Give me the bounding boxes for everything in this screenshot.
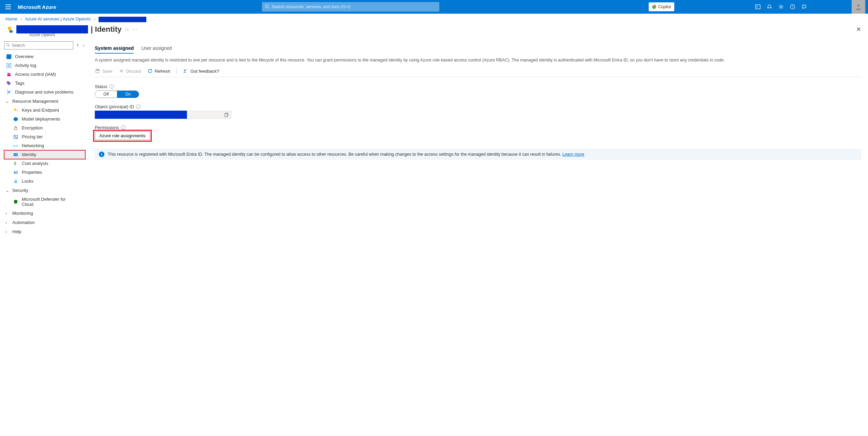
nav-overview[interactable]: Overview xyxy=(4,52,85,61)
svg-rect-24 xyxy=(16,110,17,111)
nav-model-deployments[interactable]: Model deployments xyxy=(4,115,85,124)
settings-icon[interactable] xyxy=(776,0,786,14)
nav-group-security[interactable]: ⌄Security xyxy=(4,186,85,195)
svg-point-6 xyxy=(780,6,782,8)
favorite-star-icon[interactable]: ☆ xyxy=(124,26,129,32)
left-nav: ⇕ « Overview Activity log Access control… xyxy=(0,41,88,239)
global-search-input[interactable] xyxy=(262,2,439,12)
object-id-field: Object (principal) IDi xyxy=(95,104,861,119)
overview-icon xyxy=(6,54,12,59)
svg-rect-22 xyxy=(7,74,11,76)
svg-point-13 xyxy=(6,43,9,46)
pricing-icon xyxy=(13,134,18,140)
nav-diagnose[interactable]: Diagnose and solve problems xyxy=(4,88,85,97)
svg-point-21 xyxy=(9,73,10,74)
nav-access-control[interactable]: Access control (IAM) xyxy=(4,70,85,79)
network-icon: <·> xyxy=(13,143,18,149)
nav-locks[interactable]: Locks xyxy=(4,177,85,186)
status-field: Statusi Off On xyxy=(95,84,861,98)
status-label: Status xyxy=(95,84,107,89)
svg-rect-2 xyxy=(5,9,11,9)
svg-rect-36 xyxy=(14,181,17,183)
info-icon[interactable]: i xyxy=(136,104,141,109)
identity-icon xyxy=(13,152,18,157)
breadcrumb-home[interactable]: Home xyxy=(5,16,17,22)
svg-text:<·>: <·> xyxy=(13,144,18,148)
cloudshell-icon[interactable] xyxy=(753,0,763,14)
nav-networking[interactable]: <·>Networking xyxy=(4,141,85,150)
object-id-label: Object (principal) ID xyxy=(95,104,134,109)
notifications-icon[interactable] xyxy=(764,0,775,14)
copilot-label: Copilot xyxy=(658,4,671,9)
learn-more-link[interactable]: Learn more xyxy=(562,152,584,157)
cost-icon: $ xyxy=(13,161,18,166)
status-toggle[interactable]: Off On xyxy=(95,90,139,98)
nav-tags[interactable]: Tags xyxy=(4,79,85,88)
info-icon[interactable]: i xyxy=(109,84,114,89)
info-icon[interactable]: i xyxy=(121,125,126,130)
toggle-on[interactable]: On xyxy=(117,91,139,98)
svg-point-9 xyxy=(857,4,859,7)
toggle-off[interactable]: Off xyxy=(95,91,117,98)
svg-rect-0 xyxy=(5,4,11,5)
save-icon xyxy=(95,68,100,74)
nav-search-input[interactable] xyxy=(4,41,73,50)
close-blade-icon[interactable]: ✕ xyxy=(856,26,861,33)
permissions-field: Permissionsi Azure role assignments xyxy=(95,125,861,140)
nav-group-help[interactable]: ›Help xyxy=(4,227,85,236)
nav-group-automation[interactable]: ›Automation xyxy=(4,218,85,227)
permissions-label: Permissions xyxy=(95,125,119,130)
more-actions-icon[interactable]: ⋯ xyxy=(132,26,137,32)
toolbar-divider xyxy=(176,68,177,74)
chevron-right-icon: › xyxy=(5,211,10,216)
svg-point-10 xyxy=(8,27,11,30)
refresh-button[interactable]: Refresh xyxy=(147,68,171,74)
expand-collapse-icon[interactable]: ⇕ xyxy=(75,42,80,48)
nav-encryption[interactable]: Encryption xyxy=(4,124,85,132)
key-icon xyxy=(13,108,18,113)
svg-point-12 xyxy=(10,30,13,33)
deployments-icon xyxy=(13,116,18,122)
nav-pricing-tier[interactable]: Pricing tier xyxy=(4,132,85,141)
copy-button[interactable] xyxy=(187,111,231,119)
collapse-nav-icon[interactable]: « xyxy=(82,43,85,48)
properties-icon xyxy=(13,170,18,175)
nav-cost-analysis[interactable]: $Cost analysis xyxy=(4,159,85,168)
shield-icon xyxy=(13,199,18,205)
svg-point-29 xyxy=(15,154,16,155)
svg-rect-1 xyxy=(5,6,11,7)
locks-icon xyxy=(13,179,18,184)
info-banner: i This resource is registered with Micro… xyxy=(95,149,861,160)
nav-activity-log[interactable]: Activity log xyxy=(4,61,85,70)
nav-defender[interactable]: Microsoft Defender for Cloud xyxy=(4,195,85,209)
help-icon[interactable]: ? xyxy=(788,0,798,14)
top-bar: Microsoft Azure Copilot ? xyxy=(0,0,868,14)
nav-group-resource-management[interactable]: ⌄Resource Management xyxy=(4,97,85,106)
breadcrumb-service[interactable]: Azure AI services | Azure OpenAI xyxy=(25,16,91,22)
copy-icon xyxy=(224,113,229,117)
azure-role-assignments-button[interactable]: Azure role assignments xyxy=(95,131,150,140)
tab-user-assigned[interactable]: User assigned xyxy=(141,43,172,54)
copilot-button[interactable]: Copilot xyxy=(649,2,674,11)
search-icon xyxy=(265,4,269,9)
breadcrumb-resource-redacted[interactable] xyxy=(99,17,146,22)
svg-text:?: ? xyxy=(792,5,793,9)
feedback-icon[interactable] xyxy=(799,0,809,14)
discard-icon xyxy=(119,68,124,74)
tab-system-assigned[interactable]: System assigned xyxy=(95,43,134,54)
nav-identity[interactable]: Identity xyxy=(4,150,85,159)
account-avatar[interactable] xyxy=(852,0,865,14)
nav-group-monitoring[interactable]: ›Monitoring xyxy=(4,209,85,218)
title-bar: | Identity ☆ ⋯ ✕ xyxy=(0,24,868,35)
svg-point-20 xyxy=(8,73,9,74)
iam-icon xyxy=(6,72,12,77)
svg-line-14 xyxy=(9,45,10,46)
brand-label[interactable]: Microsoft Azure xyxy=(18,4,56,10)
feedback-button[interactable]: Got feedback? xyxy=(183,68,219,74)
lock-icon xyxy=(13,125,18,131)
svg-rect-43 xyxy=(225,114,227,117)
hamburger-menu-icon[interactable] xyxy=(3,1,14,12)
tags-icon xyxy=(6,81,12,86)
nav-properties[interactable]: Properties xyxy=(4,168,85,177)
nav-keys-endpoint[interactable]: Keys and Endpoint xyxy=(4,106,85,115)
